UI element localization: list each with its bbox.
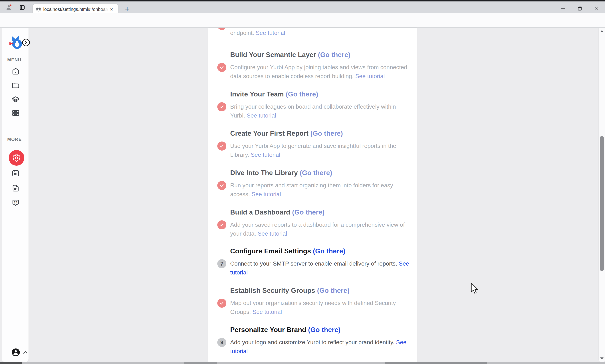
onboarding-checklist-card: endpoint. See tutorial Build Your Semant… (208, 28, 417, 362)
step-title-text: Build Your Semantic Layer (230, 51, 316, 58)
step-title: Establish Security Groups (Go there) (230, 287, 417, 295)
step-description: Run your reports and start organizing th… (230, 181, 410, 199)
layers-icon[interactable] (11, 95, 20, 104)
scroll-up-icon[interactable] (600, 30, 604, 33)
step-title: Create Your First Report (Go there) (230, 130, 417, 138)
step-title: Dive Into The Library (Go there) (230, 169, 417, 177)
step-title-text: Personalize Your Brand (230, 326, 306, 334)
page-content: MENU MORE 24 (0, 28, 605, 364)
step-check-icon (217, 220, 226, 229)
step-number-badge: 9 (217, 338, 226, 347)
see-tutorial-link[interactable]: See tutorial (251, 152, 280, 158)
step-title-text: Create Your First Report (230, 130, 308, 137)
step-description: Connect to your SMTP server to enable em… (230, 259, 410, 277)
window-top-edge (0, 0, 605, 1)
scroll-down-icon[interactable] (600, 357, 604, 360)
step-title-text: Invite Your Team (230, 91, 284, 98)
step-body-text: Connect to your SMTP server to enable em… (230, 260, 397, 267)
menu-section-label: MENU (7, 57, 22, 63)
new-tab-button[interactable]: + (123, 5, 131, 13)
onboarding-step: Personalize Your Brand (Go there) 9 Add … (208, 326, 417, 356)
step-title: Invite Your Team (Go there) (230, 90, 417, 98)
go-there-link[interactable]: (Go there) (311, 130, 343, 137)
profile-icon[interactable] (5, 3, 13, 12)
servers-icon[interactable] (11, 108, 20, 118)
step-description: Map out your organization's security nee… (230, 299, 410, 316)
window-bottom-edge (0, 362, 605, 364)
step-title: Build Your Semantic Layer (Go there) (230, 51, 417, 59)
tab-actions-icon[interactable] (18, 3, 26, 12)
restore-button[interactable] (576, 5, 584, 12)
go-there-link[interactable]: (Go there) (313, 247, 345, 255)
onboarding-step: Establish Security Groups (Go there) Map… (208, 287, 417, 316)
onboarding-step: Dive Into The Library (Go there) Run you… (208, 169, 417, 199)
settings-icon-active[interactable] (9, 150, 24, 166)
step-check-icon (217, 63, 226, 72)
see-tutorial-link[interactable]: See tutorial (251, 191, 281, 197)
see-tutorial-link[interactable]: See tutorial (355, 73, 385, 79)
globe-icon (36, 6, 41, 12)
go-there-link[interactable]: (Go there) (318, 51, 351, 58)
mouse-cursor (470, 283, 479, 295)
chevron-up-icon[interactable] (22, 349, 29, 356)
sidebar-divider (6, 345, 25, 345)
step-title-text: Configure Email Settings (230, 247, 311, 255)
go-there-link[interactable]: (Go there) (317, 287, 350, 294)
step-description: Add your saved reports to a dashboard fo… (230, 220, 410, 238)
sidebar-expand-button[interactable] (22, 39, 30, 46)
step-title: Configure Email Settings (Go there) (230, 247, 417, 255)
onboarding-step: Invite Your Team (Go there) Bring your c… (208, 90, 417, 120)
step-body-text: Add your logo and customize Yurbi to ref… (230, 339, 395, 345)
partial-step-body: endpoint. (230, 30, 254, 36)
more-section-label: MORE (7, 137, 22, 142)
svg-text:24: 24 (14, 201, 17, 204)
yurbi-logo[interactable] (10, 36, 24, 52)
tab-title-fade (101, 6, 108, 12)
see-tutorial-link[interactable]: See tutorial (256, 30, 285, 36)
step-title-text: Build a Dashboard (230, 208, 290, 216)
close-window-button[interactable] (593, 5, 601, 12)
see-tutorial-link[interactable]: See tutorial (252, 309, 282, 315)
support-24-icon[interactable]: 24 (11, 198, 20, 208)
scrollbar-thumb[interactable] (600, 136, 604, 271)
onboarding-step: Configure Email Settings (Go there) 7 Co… (208, 247, 417, 277)
step-description: Add your logo and customize Yurbi to ref… (230, 338, 410, 356)
vertical-scrollbar[interactable] (598, 28, 605, 362)
see-tutorial-link[interactable]: See tutorial (247, 112, 276, 119)
step-description: Use your Yurbi App to generate and save … (230, 142, 410, 159)
browser-tab-strip: localhost/settings.html#!/onboard × + (0, 1, 605, 13)
browser-toolbar: localhost/settings.html#!/onboarding (0, 13, 605, 28)
partial-step-text: endpoint. See tutorial (230, 28, 410, 38)
step-title: Build a Dashboard (Go there) (230, 208, 417, 216)
folders-icon[interactable] (11, 81, 20, 90)
tab-title: localhost/settings.html#!/onboard (43, 6, 108, 12)
go-there-link[interactable]: (Go there) (292, 208, 325, 216)
report-file-icon[interactable] (11, 183, 20, 193)
step-title-text: Establish Security Groups (230, 287, 315, 294)
go-there-link[interactable]: (Go there) (308, 326, 341, 334)
home-icon[interactable] (11, 66, 20, 76)
step-number-badge: 7 (217, 259, 226, 268)
go-there-link[interactable]: (Go there) (286, 91, 318, 98)
step-body-text: Add your saved reports to a dashboard fo… (230, 221, 405, 237)
see-tutorial-link[interactable]: See tutorial (258, 230, 287, 237)
minimize-button[interactable] (559, 5, 567, 12)
schedule-calendar-icon[interactable] (11, 168, 20, 178)
app-sidebar: MENU MORE 24 (2, 28, 28, 362)
step-title-text: Dive Into The Library (230, 169, 298, 177)
user-avatar-icon[interactable] (11, 348, 20, 357)
step-title: Personalize Your Brand (Go there) (230, 326, 417, 334)
tab-close-icon[interactable]: × (109, 7, 115, 12)
step-check-icon (217, 181, 226, 190)
go-there-link[interactable]: (Go there) (300, 169, 332, 177)
step-check-icon (217, 102, 226, 111)
onboarding-step: Build a Dashboard (Go there) Add your sa… (208, 208, 417, 238)
step-check-icon (217, 299, 226, 308)
step-check-icon (217, 142, 226, 151)
step-description: Configure your Yurbi App by joining tabl… (230, 63, 410, 81)
onboarding-step: Create Your First Report (Go there) Use … (208, 130, 417, 159)
step-check-icon (217, 28, 226, 30)
onboarding-step: Build Your Semantic Layer (Go there) Con… (208, 51, 417, 81)
step-description: Bring your colleagues on board and colla… (230, 102, 410, 120)
